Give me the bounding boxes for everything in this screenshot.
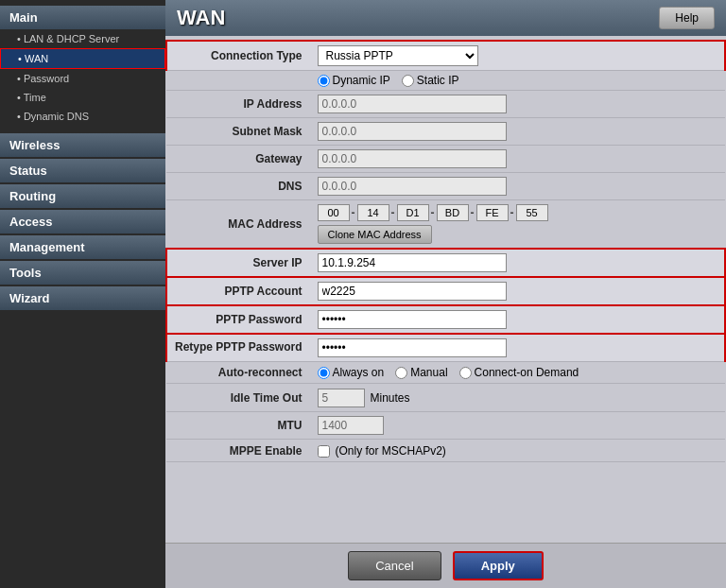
sidebar-item-dynamic-dns[interactable]: • Dynamic DNS — [0, 107, 165, 126]
static-ip-radio[interactable] — [402, 75, 414, 87]
subnet-mask-value-cell — [310, 118, 726, 146]
ip-type-radio-row: Dynamic IP Static IP — [166, 71, 725, 91]
sidebar-item-lan-dhcp[interactable]: • LAN & DHCP Server — [0, 29, 165, 48]
auto-reconnect-radio-group: Always on Manual Connect-on Demand — [318, 366, 718, 379]
always-on-radio-label[interactable]: Always on — [318, 366, 385, 379]
mac-sep-4: - — [471, 206, 475, 219]
mac-octet-2[interactable] — [357, 204, 389, 221]
dynamic-ip-radio[interactable] — [318, 75, 330, 87]
mac-address-value-cell: - - - - - Clone MAC Address — [310, 200, 726, 250]
pptp-password-label: PPTP Password — [166, 305, 310, 334]
mac-octet-5[interactable] — [476, 204, 509, 221]
server-ip-value-cell — [310, 249, 726, 277]
mac-octet-3[interactable] — [397, 204, 429, 221]
mppe-label: MPPE Enable — [166, 440, 310, 462]
pptp-password-input[interactable] — [318, 310, 507, 329]
idle-timeout-value-cell: Minutes — [310, 384, 726, 411]
idle-timeout-label: Idle Time Out — [166, 384, 310, 412]
pptp-account-input[interactable] — [318, 282, 507, 301]
dns-input[interactable] — [318, 177, 507, 196]
mtu-row: MTU — [166, 412, 725, 440]
mac-address-row: MAC Address - - - - - — [166, 200, 725, 250]
auto-reconnect-label: Auto-reconnect — [166, 362, 310, 384]
manual-radio[interactable] — [395, 367, 407, 379]
sidebar-item-wan[interactable]: • WAN — [0, 48, 165, 69]
main-content: WAN Help Connection Type Russia PPTP Dyn… — [165, 0, 726, 588]
sidebar-section-title-management[interactable]: Management — [0, 235, 165, 259]
subnet-mask-row: Subnet Mask — [166, 118, 725, 146]
form-area: Connection Type Russia PPTP Dynamic IP S… — [165, 36, 726, 543]
connection-type-row: Connection Type Russia PPTP Dynamic IP S… — [166, 41, 725, 71]
retype-pptp-input[interactable] — [318, 338, 507, 357]
dynamic-ip-label: Dynamic IP — [333, 74, 390, 87]
apply-button[interactable]: Apply — [453, 551, 544, 580]
auto-reconnect-row: Auto-reconnect Always on Manual — [166, 362, 725, 384]
mac-octet-4[interactable] — [437, 204, 469, 221]
server-ip-row: Server IP — [166, 249, 725, 277]
idle-timeout-input[interactable] — [318, 389, 365, 407]
clone-mac-button[interactable]: Clone MAC Address — [318, 225, 432, 244]
subnet-mask-input[interactable] — [318, 122, 507, 141]
cancel-button[interactable]: Cancel — [348, 551, 441, 580]
mac-sep-3: - — [431, 206, 435, 219]
sidebar-item-password[interactable]: • Password — [0, 69, 165, 88]
sidebar-section-title-wizard[interactable]: Wizard — [0, 286, 165, 310]
pptp-account-value-cell — [310, 277, 726, 305]
ip-address-input[interactable] — [318, 95, 507, 113]
pptp-account-label: PPTP Account — [166, 277, 310, 305]
connection-type-value-cell: Russia PPTP Dynamic IP Static IP PPPoE P… — [310, 41, 726, 71]
dynamic-ip-radio-label[interactable]: Dynamic IP — [318, 74, 390, 87]
always-on-radio[interactable] — [318, 367, 330, 379]
connection-type-select[interactable]: Russia PPTP Dynamic IP Static IP PPPoE P… — [318, 45, 478, 66]
dns-row: DNS — [166, 173, 725, 200]
mppe-row: MPPE Enable (Only for MSCHAPv2) — [166, 440, 725, 462]
mac-sep-5: - — [510, 206, 514, 219]
page-title: WAN — [177, 6, 225, 30]
sidebar-section-title-tools[interactable]: Tools — [0, 261, 165, 285]
gateway-value-cell — [310, 146, 726, 173]
button-row: Cancel Apply — [165, 543, 726, 588]
mac-address-label: MAC Address — [166, 200, 310, 250]
connect-on-demand-label: Connect-on Demand — [475, 366, 579, 379]
sidebar: Main • LAN & DHCP Server • WAN • Passwor… — [0, 0, 165, 588]
static-ip-radio-label[interactable]: Static IP — [402, 74, 459, 87]
manual-radio-label[interactable]: Manual — [395, 366, 447, 379]
connect-on-demand-radio[interactable] — [459, 367, 472, 379]
ip-type-radio-cell: Dynamic IP Static IP — [310, 71, 726, 91]
mppe-checkbox[interactable] — [318, 445, 330, 458]
gateway-input[interactable] — [318, 149, 507, 168]
pptp-password-value-cell — [310, 305, 726, 334]
idle-timeout-unit: Minutes — [371, 391, 410, 405]
sidebar-section-title-status[interactable]: Status — [0, 159, 165, 182]
server-ip-input[interactable] — [318, 253, 507, 272]
content-header: WAN Help — [165, 0, 726, 36]
mac-sep-1: - — [352, 206, 355, 219]
static-ip-label: Static IP — [417, 74, 459, 87]
sidebar-section-title-wireless[interactable]: Wireless — [0, 133, 165, 157]
pptp-account-row: PPTP Account — [166, 277, 725, 305]
mac-octet-1[interactable] — [318, 204, 350, 221]
idle-timeout-row: Idle Time Out Minutes — [166, 384, 725, 412]
help-button[interactable]: Help — [659, 7, 715, 29]
mac-octet-6[interactable] — [516, 204, 548, 221]
mtu-input[interactable] — [318, 416, 384, 435]
dns-label: DNS — [166, 173, 310, 200]
sidebar-section-title-access[interactable]: Access — [0, 210, 165, 233]
ip-type-radio-group: Dynamic IP Static IP — [318, 74, 718, 87]
sidebar-section-title-main[interactable]: Main — [0, 6, 165, 29]
mtu-value-cell — [310, 412, 726, 440]
sidebar-section-title-routing[interactable]: Routing — [0, 184, 165, 208]
sidebar-item-time[interactable]: • Time — [0, 88, 165, 107]
mac-sep-2: - — [391, 206, 395, 219]
manual-label: Manual — [410, 366, 447, 379]
connect-on-demand-radio-label[interactable]: Connect-on Demand — [459, 366, 579, 379]
sidebar-section-main: Main • LAN & DHCP Server • WAN • Passwor… — [0, 0, 165, 131]
gateway-label: Gateway — [166, 146, 310, 173]
gateway-row: Gateway — [166, 146, 725, 173]
retype-pptp-row: Retype PPTP Password — [166, 334, 725, 362]
form-table: Connection Type Russia PPTP Dynamic IP S… — [165, 40, 726, 462]
pptp-password-row: PPTP Password — [166, 305, 725, 334]
retype-pptp-label: Retype PPTP Password — [166, 334, 310, 362]
mppe-note: (Only for MSCHAPv2) — [336, 444, 446, 458]
always-on-label: Always on — [333, 366, 385, 379]
